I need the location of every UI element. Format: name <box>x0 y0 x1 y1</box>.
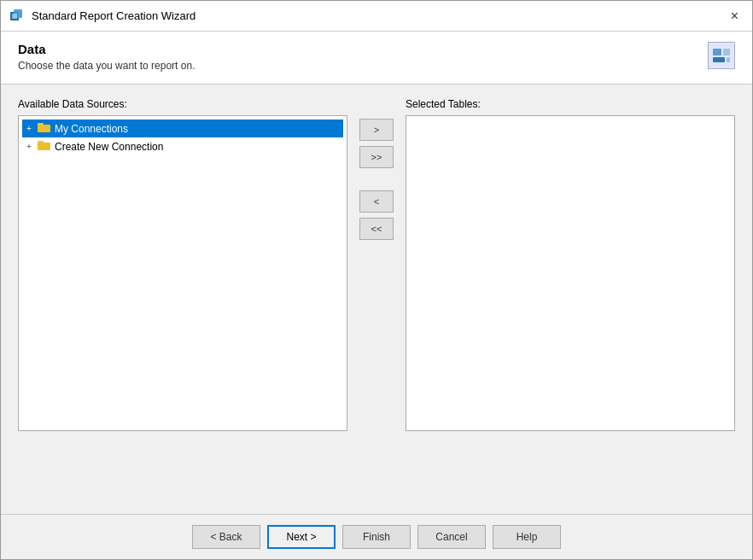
app-icon <box>9 9 25 24</box>
header-title: Data <box>18 42 195 56</box>
window-title: Standard Report Creation Wizard <box>32 9 196 22</box>
content-area: Available Data Sources: + My Connectio <box>1 85 752 514</box>
title-bar-left: Standard Report Creation Wizard <box>9 9 196 24</box>
folder-icon-my-connections <box>38 121 51 136</box>
transfer-buttons: > >> < << <box>347 98 406 240</box>
left-panel: Available Data Sources: + My Connectio <box>18 98 347 431</box>
remove-all-left-button[interactable]: << <box>359 218 394 240</box>
folder-icon-create-new <box>38 139 51 154</box>
header-section: Data Choose the data you want to report … <box>1 32 752 85</box>
svg-rect-3 <box>713 49 721 55</box>
tree-item-create-new-label: Create New Connection <box>55 141 163 153</box>
selected-tables-list[interactable] <box>406 115 735 431</box>
data-icon <box>711 47 732 64</box>
move-one-right-button[interactable]: > <box>359 119 394 141</box>
tree-item-my-connections-label: My Connections <box>55 123 128 135</box>
available-data-sources-list[interactable]: + My Connections + <box>18 115 347 431</box>
svg-rect-9 <box>38 125 50 132</box>
back-button[interactable]: < Back <box>192 525 260 549</box>
header-subtitle: Choose the data you want to report on. <box>18 60 195 72</box>
right-panel: Selected Tables: <box>406 98 735 431</box>
right-panel-label: Selected Tables: <box>406 98 735 110</box>
cancel-button[interactable]: Cancel <box>417 525 486 549</box>
svg-rect-6 <box>727 57 730 62</box>
remove-one-left-button[interactable]: < <box>359 190 394 213</box>
expand-icon-my-connections[interactable]: + <box>24 124 34 133</box>
tree-item-create-new-connection[interactable]: + Create New Connection <box>22 137 343 155</box>
svg-rect-12 <box>38 143 50 150</box>
next-button[interactable]: Next > <box>267 525 336 549</box>
footer: < Back Next > Finish Cancel Help <box>1 514 752 559</box>
finish-button[interactable]: Finish <box>342 525 411 549</box>
wizard-window: Standard Report Creation Wizard × Data C… <box>0 0 753 560</box>
panels-row: Available Data Sources: + My Connectio <box>18 98 735 500</box>
header-text: Data Choose the data you want to report … <box>18 42 195 72</box>
left-panel-label: Available Data Sources: <box>18 98 347 110</box>
svg-rect-4 <box>723 49 730 55</box>
svg-rect-2 <box>12 14 17 19</box>
help-button[interactable]: Help <box>493 525 561 549</box>
title-bar: Standard Report Creation Wizard × <box>1 1 752 32</box>
expand-icon-create-new[interactable]: + <box>24 142 34 151</box>
close-button[interactable]: × <box>726 7 744 26</box>
header-icon <box>708 42 735 69</box>
svg-rect-5 <box>713 57 725 62</box>
tree-item-my-connections[interactable]: + My Connections <box>22 120 343 137</box>
move-all-right-button[interactable]: >> <box>359 146 394 168</box>
